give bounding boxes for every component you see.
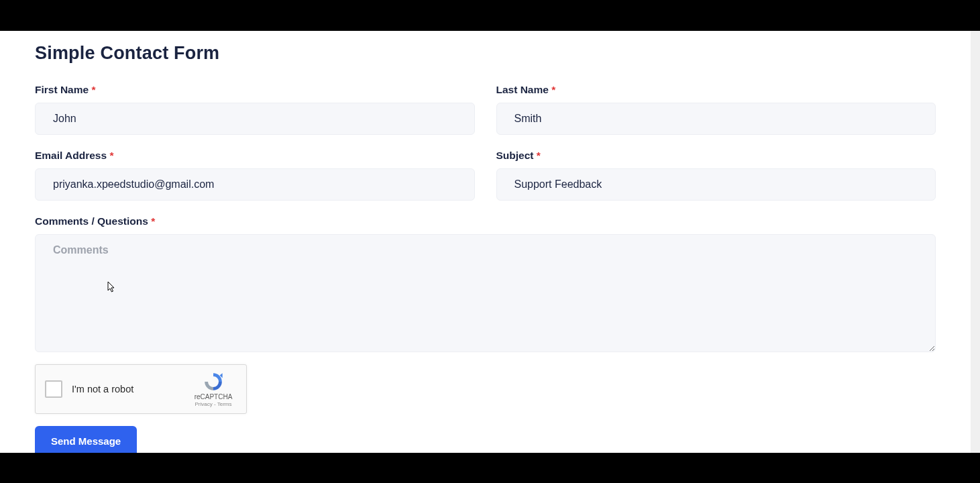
recaptcha-legal: Privacy - Terms [190, 402, 237, 407]
comments-group: Comments / Questions * [35, 215, 936, 355]
page-title: Simple Contact Form [35, 43, 936, 64]
subject-input[interactable] [496, 168, 936, 201]
recaptcha-brand-name: reCAPTCHA [190, 394, 237, 400]
label-text: Subject [496, 150, 534, 161]
required-marker: * [109, 150, 113, 161]
recaptcha-terms-link[interactable]: Terms [217, 401, 232, 407]
content-panel: Simple Contact Form First Name * Last Na… [0, 31, 971, 453]
required-marker: * [91, 84, 95, 95]
email-label: Email Address * [35, 150, 475, 162]
label-text: Email Address [35, 150, 107, 161]
last-name-input[interactable] [496, 103, 936, 135]
first-name-group: First Name * [35, 84, 475, 135]
label-text: Comments / Questions [35, 215, 148, 227]
recaptcha-icon [203, 371, 224, 392]
recaptcha-privacy-link[interactable]: Privacy [195, 401, 213, 407]
required-marker: * [551, 84, 555, 95]
recaptcha-checkbox[interactable] [45, 380, 62, 398]
recaptcha-label: I'm not a robot [72, 384, 190, 394]
required-marker: * [151, 215, 155, 227]
required-marker: * [537, 150, 541, 161]
label-text: Last Name [496, 84, 549, 95]
send-message-button[interactable]: Send Message [35, 426, 137, 453]
subject-group: Subject * [496, 150, 936, 201]
vertical-scrollbar[interactable] [971, 31, 980, 453]
first-name-input[interactable] [35, 103, 475, 135]
last-name-label: Last Name * [496, 84, 936, 96]
last-name-group: Last Name * [496, 84, 936, 135]
label-text: First Name [35, 84, 89, 95]
subject-label: Subject * [496, 150, 936, 162]
email-group: Email Address * [35, 150, 475, 201]
email-input[interactable] [35, 168, 475, 201]
first-name-label: First Name * [35, 84, 475, 96]
comments-label: Comments / Questions * [35, 215, 936, 227]
legal-sep: - [213, 401, 217, 407]
recaptcha-brand: reCAPTCHA Privacy - Terms [190, 371, 237, 407]
comments-textarea[interactable] [35, 234, 936, 352]
recaptcha-widget: I'm not a robot reCAPTCHA Privacy - Term… [35, 364, 247, 414]
